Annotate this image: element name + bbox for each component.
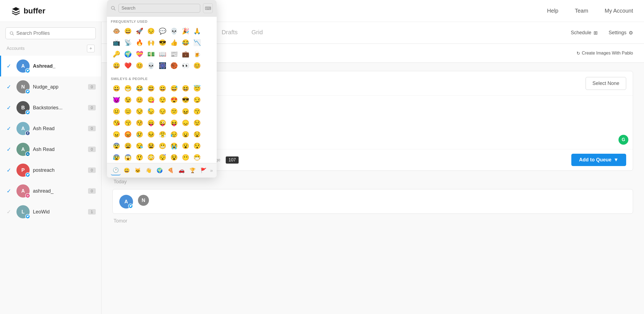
emoji-cell[interactable]: 😴 — [157, 152, 168, 163]
emoji-cell[interactable]: 💬 — [157, 26, 168, 37]
emoji-cell[interactable]: 😖 — [180, 106, 191, 117]
emoji-cell[interactable]: 🌍 — [122, 49, 133, 60]
emoji-cell[interactable]: 🙌 — [145, 37, 156, 48]
account-item-backstories[interactable]: ✓ B Backstories... 0 — [0, 97, 101, 118]
tab-drafts[interactable]: Drafts — [222, 29, 238, 37]
emoji-cell[interactable]: 👀 — [180, 60, 191, 71]
emoji-cell[interactable]: 😊 — [134, 95, 145, 105]
emoji-cell[interactable]: 😒 — [134, 106, 145, 117]
emoji-cell[interactable]: 😣 — [145, 129, 156, 140]
emoji-cell[interactable]: 😄 — [111, 60, 122, 71]
schedule-button[interactable]: Schedule ⊞ — [571, 30, 598, 36]
emoji-cell[interactable]: 😓 — [145, 106, 156, 117]
emoji-cell[interactable]: 😕 — [168, 106, 179, 117]
emoji-cell[interactable]: 😃 — [145, 83, 156, 94]
emoji-tab-smileys[interactable]: 😀 — [122, 165, 132, 175]
account-item-ashread-fb[interactable]: ✓ A Ash Read 0 — [0, 118, 101, 139]
emoji-cell[interactable]: 😀 — [111, 83, 122, 94]
emoji-cell[interactable]: 😉 — [122, 95, 133, 105]
emoji-tab-recent[interactable]: 🕐 — [111, 165, 121, 175]
emoji-cell[interactable]: 📉 — [191, 37, 202, 48]
add-account-button[interactable]: + — [87, 45, 95, 52]
add-to-queue-button[interactable]: Add to Queue ▼ — [571, 154, 626, 166]
emoji-cell[interactable]: 📰 — [168, 49, 179, 60]
emoji-cell[interactable]: 💵 — [145, 49, 156, 60]
emoji-cell[interactable]: 📺 — [111, 37, 122, 48]
emoji-cell[interactable]: 👍 — [168, 37, 179, 48]
emoji-cell[interactable]: 😯 — [191, 141, 202, 152]
emoji-more-button[interactable]: » — [210, 168, 213, 173]
emoji-cell[interactable]: 😲 — [134, 152, 145, 163]
emoji-tab-food[interactable]: 🍕 — [166, 165, 176, 175]
emoji-cell[interactable]: 😡 — [122, 129, 133, 140]
emoji-cell[interactable]: 😚 — [134, 118, 145, 129]
emoji-cell[interactable]: 🙏 — [191, 26, 202, 37]
emoji-cell[interactable]: 🎆 — [157, 60, 168, 71]
emoji-cell[interactable]: 😶 — [180, 152, 191, 163]
emoji-cell[interactable]: 😷 — [191, 152, 202, 163]
emoji-tab-travel[interactable]: 🚗 — [177, 165, 187, 175]
emoji-tab-activity[interactable]: 🏆 — [188, 165, 197, 175]
emoji-cell[interactable]: 😍 — [168, 95, 179, 105]
emoji-cell[interactable]: 😨 — [111, 141, 122, 152]
emoji-search-input[interactable] — [118, 4, 200, 13]
emoji-cell[interactable]: 😫 — [145, 141, 156, 152]
account-item-leowid[interactable]: ✓ L LeoWid 1 — [0, 201, 101, 222]
emoji-cell[interactable]: 😪 — [134, 141, 145, 152]
emoji-cell[interactable]: 😩 — [122, 141, 133, 152]
emoji-cell[interactable]: 🚀 — [134, 26, 145, 37]
emoji-cell[interactable]: 😌 — [157, 95, 168, 105]
emoji-cell[interactable]: 😰 — [111, 152, 122, 163]
emoji-cell[interactable]: 😝 — [168, 118, 179, 129]
emoji-cell[interactable]: 😜 — [157, 118, 168, 129]
emoji-cell[interactable]: 😀 — [122, 26, 133, 37]
emoji-cell[interactable]: 📡 — [122, 37, 133, 48]
account-item-ashread-ig[interactable]: ✓ A ashread_ 0 — [0, 181, 101, 201]
emoji-cell[interactable]: 😭 — [168, 141, 179, 152]
emoji-cell[interactable]: 😛 — [145, 118, 156, 129]
emoji-cell[interactable]: 😏 — [191, 95, 202, 105]
keyboard-icon[interactable]: ⌨ — [203, 3, 213, 13]
emoji-cell[interactable]: 😂 — [180, 37, 191, 48]
nav-help[interactable]: Help — [547, 8, 558, 14]
emoji-cell[interactable]: 🎉 — [180, 26, 191, 37]
emoji-cell[interactable]: 💝 — [134, 49, 145, 60]
tab-grid[interactable]: Grid — [252, 29, 263, 37]
settings-button[interactable]: Settings ⚙ — [609, 30, 633, 36]
account-item-postreach[interactable]: ✓ P postreach 0 — [0, 160, 101, 181]
emoji-cell[interactable]: 🔥 — [134, 37, 145, 48]
account-item-nudge-app[interactable]: ✓ N Nudge_app 0 — [0, 76, 101, 97]
emoji-tab-people[interactable]: 👋 — [144, 165, 154, 175]
emoji-cell[interactable]: 😆 — [180, 83, 191, 94]
emoji-cell[interactable]: 📖 — [157, 49, 168, 60]
emoji-cell[interactable]: 😠 — [111, 129, 122, 140]
account-item-ashread-tw[interactable]: ✓ A Ashread_ — [0, 56, 101, 76]
pablo-link[interactable]: ↻ Create Images With Pablo — [577, 51, 633, 56]
emoji-cell[interactable]: 😘 — [111, 118, 122, 129]
emoji-cell[interactable]: 😦 — [180, 129, 191, 140]
emoji-cell[interactable]: 😋 — [145, 95, 156, 105]
emoji-cell[interactable]: 😊 — [134, 60, 145, 71]
emoji-cell[interactable]: 😱 — [122, 152, 133, 163]
emoji-cell[interactable]: 😔 — [157, 106, 168, 117]
emoji-tab-nature[interactable]: 🌍 — [155, 165, 165, 175]
nav-team[interactable]: Team — [575, 8, 588, 14]
emoji-cell[interactable]: 😢 — [134, 129, 145, 140]
emoji-cell[interactable]: 💀 — [145, 60, 156, 71]
emoji-cell[interactable]: 😄 — [157, 83, 168, 94]
emoji-cell[interactable]: 😑 — [122, 106, 133, 117]
grammarly-button[interactable]: G — [618, 135, 628, 145]
emoji-cell[interactable]: 😳 — [145, 152, 156, 163]
emoji-cell[interactable]: 😥 — [168, 129, 179, 140]
emoji-cell[interactable]: 😧 — [191, 129, 202, 140]
emoji-cell[interactable]: 😬 — [157, 141, 168, 152]
emoji-cell[interactable]: 😇 — [191, 83, 202, 94]
emoji-cell[interactable]: 😗 — [191, 106, 202, 117]
emoji-cell[interactable]: 😙 — [122, 118, 133, 129]
emoji-cell[interactable]: 😔 — [145, 26, 156, 37]
select-none-button[interactable]: Select None — [586, 77, 626, 90]
emoji-cell[interactable]: 💀 — [168, 26, 179, 37]
emoji-cell[interactable]: 😁 — [122, 83, 133, 94]
emoji-cell[interactable]: 😈 — [111, 95, 122, 105]
emoji-cell[interactable]: 😎 — [180, 95, 191, 105]
